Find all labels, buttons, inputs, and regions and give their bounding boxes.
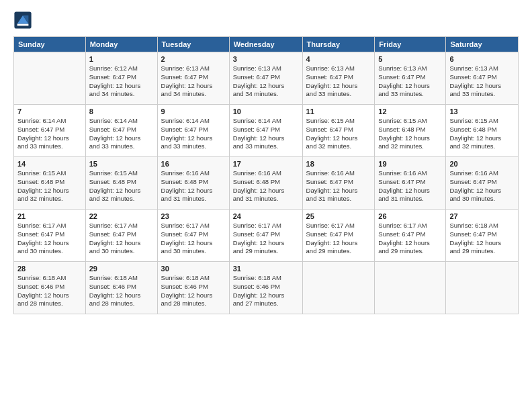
day-header-tuesday: Tuesday bbox=[157, 37, 229, 52]
calendar-cell: 16Sunrise: 6:16 AMSunset: 6:48 PMDayligh… bbox=[157, 157, 229, 210]
calendar-cell: 8Sunrise: 6:14 AMSunset: 6:47 PMDaylight… bbox=[85, 105, 157, 157]
calendar-cell: 1Sunrise: 6:12 AMSunset: 6:47 PMDaylight… bbox=[85, 52, 157, 105]
day-number: 5 bbox=[378, 55, 442, 63]
calendar-cell: 5Sunrise: 6:13 AMSunset: 6:47 PMDaylight… bbox=[375, 52, 446, 105]
day-info: Sunrise: 6:13 AMSunset: 6:47 PMDaylight:… bbox=[233, 64, 299, 99]
calendar-week-row: 21Sunrise: 6:17 AMSunset: 6:47 PMDayligh… bbox=[14, 210, 519, 262]
day-number: 15 bbox=[89, 160, 154, 168]
day-info: Sunrise: 6:13 AMSunset: 6:47 PMDaylight:… bbox=[306, 64, 371, 99]
day-number: 30 bbox=[161, 265, 226, 273]
calendar-cell: 21Sunrise: 6:17 AMSunset: 6:47 PMDayligh… bbox=[14, 210, 86, 262]
day-header-friday: Friday bbox=[375, 37, 446, 52]
day-header-sunday: Sunday bbox=[14, 37, 86, 52]
calendar-cell: 12Sunrise: 6:15 AMSunset: 6:48 PMDayligh… bbox=[375, 105, 446, 157]
day-number: 7 bbox=[17, 107, 82, 116]
day-info: Sunrise: 6:17 AMSunset: 6:47 PMDaylight:… bbox=[233, 222, 299, 256]
day-info: Sunrise: 6:15 AMSunset: 6:47 PMDaylight:… bbox=[306, 117, 371, 151]
day-info: Sunrise: 6:13 AMSunset: 6:47 PMDaylight:… bbox=[378, 64, 442, 99]
calendar-cell: 25Sunrise: 6:17 AMSunset: 6:47 PMDayligh… bbox=[302, 210, 375, 262]
page: SundayMondayTuesdayWednesdayThursdayFrid… bbox=[0, 0, 532, 411]
calendar-cell: 20Sunrise: 6:16 AMSunset: 6:47 PMDayligh… bbox=[446, 157, 519, 210]
calendar-body: 1Sunrise: 6:12 AMSunset: 6:47 PMDaylight… bbox=[14, 52, 519, 314]
day-number: 24 bbox=[233, 212, 299, 220]
day-info: Sunrise: 6:16 AMSunset: 6:47 PMDaylight:… bbox=[306, 169, 371, 203]
calendar-cell: 6Sunrise: 6:13 AMSunset: 6:47 PMDaylight… bbox=[446, 52, 519, 105]
day-number: 13 bbox=[449, 107, 515, 116]
svg-rect-3 bbox=[17, 24, 29, 26]
logo-icon bbox=[13, 11, 32, 30]
day-info: Sunrise: 6:17 AMSunset: 6:47 PMDaylight:… bbox=[306, 222, 371, 256]
day-info: Sunrise: 6:16 AMSunset: 6:48 PMDaylight:… bbox=[233, 169, 299, 203]
header bbox=[13, 11, 519, 30]
day-number: 1 bbox=[89, 55, 154, 63]
day-number: 10 bbox=[233, 107, 299, 116]
day-info: Sunrise: 6:18 AMSunset: 6:46 PMDaylight:… bbox=[161, 274, 226, 308]
calendar-cell: 28Sunrise: 6:18 AMSunset: 6:46 PMDayligh… bbox=[14, 262, 86, 314]
day-info: Sunrise: 6:16 AMSunset: 6:48 PMDaylight:… bbox=[161, 169, 226, 203]
day-number: 20 bbox=[449, 160, 515, 168]
day-number: 4 bbox=[306, 55, 371, 63]
day-number: 23 bbox=[161, 212, 226, 220]
day-header-thursday: Thursday bbox=[302, 37, 375, 52]
day-info: Sunrise: 6:17 AMSunset: 6:47 PMDaylight:… bbox=[17, 222, 82, 256]
calendar-cell: 27Sunrise: 6:18 AMSunset: 6:47 PMDayligh… bbox=[446, 210, 519, 262]
day-header-wednesday: Wednesday bbox=[229, 37, 302, 52]
day-header-monday: Monday bbox=[85, 37, 157, 52]
calendar-cell: 22Sunrise: 6:17 AMSunset: 6:47 PMDayligh… bbox=[85, 210, 157, 262]
calendar-cell: 10Sunrise: 6:14 AMSunset: 6:47 PMDayligh… bbox=[229, 105, 302, 157]
day-number: 2 bbox=[161, 55, 226, 63]
calendar-cell bbox=[446, 262, 519, 314]
day-info: Sunrise: 6:12 AMSunset: 6:47 PMDaylight:… bbox=[89, 64, 154, 99]
day-number: 12 bbox=[378, 107, 442, 116]
calendar-table: SundayMondayTuesdayWednesdayThursdayFrid… bbox=[13, 36, 519, 314]
day-info: Sunrise: 6:15 AMSunset: 6:48 PMDaylight:… bbox=[89, 169, 154, 203]
day-info: Sunrise: 6:15 AMSunset: 6:48 PMDaylight:… bbox=[449, 117, 515, 151]
day-info: Sunrise: 6:15 AMSunset: 6:48 PMDaylight:… bbox=[17, 169, 82, 203]
calendar-cell: 31Sunrise: 6:18 AMSunset: 6:46 PMDayligh… bbox=[229, 262, 302, 314]
day-number: 26 bbox=[378, 212, 442, 220]
day-number: 28 bbox=[17, 265, 82, 273]
day-number: 31 bbox=[233, 265, 299, 273]
day-number: 19 bbox=[378, 160, 442, 168]
day-header-saturday: Saturday bbox=[446, 37, 519, 52]
calendar-cell: 17Sunrise: 6:16 AMSunset: 6:48 PMDayligh… bbox=[229, 157, 302, 210]
day-info: Sunrise: 6:14 AMSunset: 6:47 PMDaylight:… bbox=[233, 117, 299, 151]
day-info: Sunrise: 6:13 AMSunset: 6:47 PMDaylight:… bbox=[161, 64, 226, 99]
calendar-cell: 11Sunrise: 6:15 AMSunset: 6:47 PMDayligh… bbox=[302, 105, 375, 157]
day-number: 3 bbox=[233, 55, 299, 63]
day-number: 22 bbox=[89, 212, 154, 220]
calendar-cell: 26Sunrise: 6:17 AMSunset: 6:47 PMDayligh… bbox=[375, 210, 446, 262]
day-number: 16 bbox=[161, 160, 226, 168]
day-info: Sunrise: 6:18 AMSunset: 6:46 PMDaylight:… bbox=[89, 274, 154, 308]
day-number: 9 bbox=[161, 107, 226, 116]
calendar-cell: 24Sunrise: 6:17 AMSunset: 6:47 PMDayligh… bbox=[229, 210, 302, 262]
day-info: Sunrise: 6:18 AMSunset: 6:47 PMDaylight:… bbox=[449, 222, 515, 256]
day-number: 8 bbox=[89, 107, 154, 116]
calendar-week-row: 14Sunrise: 6:15 AMSunset: 6:48 PMDayligh… bbox=[14, 157, 519, 210]
calendar-cell: 19Sunrise: 6:16 AMSunset: 6:47 PMDayligh… bbox=[375, 157, 446, 210]
day-info: Sunrise: 6:14 AMSunset: 6:47 PMDaylight:… bbox=[17, 117, 82, 151]
day-info: Sunrise: 6:15 AMSunset: 6:48 PMDaylight:… bbox=[378, 117, 442, 151]
calendar-header-row: SundayMondayTuesdayWednesdayThursdayFrid… bbox=[14, 37, 519, 52]
calendar-cell: 30Sunrise: 6:18 AMSunset: 6:46 PMDayligh… bbox=[157, 262, 229, 314]
calendar-cell: 7Sunrise: 6:14 AMSunset: 6:47 PMDaylight… bbox=[14, 105, 86, 157]
calendar-cell: 18Sunrise: 6:16 AMSunset: 6:47 PMDayligh… bbox=[302, 157, 375, 210]
calendar-cell: 13Sunrise: 6:15 AMSunset: 6:48 PMDayligh… bbox=[446, 105, 519, 157]
day-number: 27 bbox=[449, 212, 515, 220]
day-number: 14 bbox=[17, 160, 82, 168]
calendar-cell: 2Sunrise: 6:13 AMSunset: 6:47 PMDaylight… bbox=[157, 52, 229, 105]
calendar-cell: 3Sunrise: 6:13 AMSunset: 6:47 PMDaylight… bbox=[229, 52, 302, 105]
calendar-week-row: 1Sunrise: 6:12 AMSunset: 6:47 PMDaylight… bbox=[14, 52, 519, 105]
calendar-cell: 14Sunrise: 6:15 AMSunset: 6:48 PMDayligh… bbox=[14, 157, 86, 210]
calendar-cell: 15Sunrise: 6:15 AMSunset: 6:48 PMDayligh… bbox=[85, 157, 157, 210]
day-info: Sunrise: 6:18 AMSunset: 6:46 PMDaylight:… bbox=[17, 274, 82, 308]
day-number: 6 bbox=[449, 55, 515, 63]
day-info: Sunrise: 6:17 AMSunset: 6:47 PMDaylight:… bbox=[161, 222, 226, 256]
calendar-cell bbox=[302, 262, 375, 314]
day-number: 29 bbox=[89, 265, 154, 273]
day-info: Sunrise: 6:17 AMSunset: 6:47 PMDaylight:… bbox=[378, 222, 442, 256]
day-info: Sunrise: 6:16 AMSunset: 6:47 PMDaylight:… bbox=[449, 169, 515, 203]
day-number: 17 bbox=[233, 160, 299, 168]
calendar-cell bbox=[14, 52, 86, 105]
day-info: Sunrise: 6:14 AMSunset: 6:47 PMDaylight:… bbox=[89, 117, 154, 151]
